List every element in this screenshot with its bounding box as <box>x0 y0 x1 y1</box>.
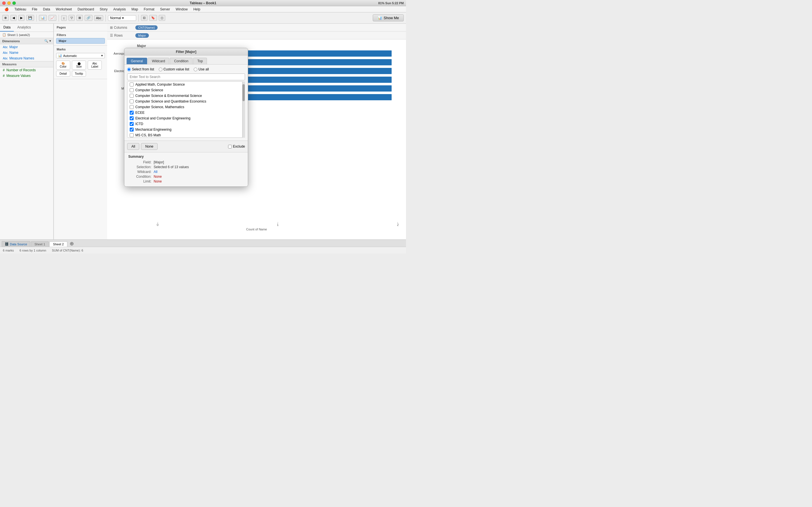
toolbar-group[interactable]: ⊞ <box>77 15 83 21</box>
menu-tableau[interactable]: Tableau <box>12 7 29 12</box>
sheet-tab-2[interactable]: Sheet 2 <box>49 241 67 247</box>
toolbar-save[interactable]: 💾 <box>26 15 34 21</box>
status-sum: SUM of CNT(Name): 6 <box>52 249 83 252</box>
toolbar-undo[interactable]: ◀ <box>10 15 17 21</box>
toolbar-chart2[interactable]: 📈 <box>49 15 56 21</box>
dim-measure-names[interactable]: Abc Measure Names <box>0 55 53 61</box>
filter-list[interactable]: Applied Math, Computer Sicence Computer … <box>127 81 245 138</box>
marks-size-btn[interactable]: ⬤ Size <box>72 61 86 69</box>
sheet-icon: 📋 <box>2 33 6 37</box>
menu-map[interactable]: Map <box>129 7 140 12</box>
none-button[interactable]: None <box>141 143 158 150</box>
show-me-button[interactable]: 📊 Show Me <box>373 14 404 21</box>
filter-dialog[interactable]: Filter [Major] General Wildcard Conditio… <box>124 48 248 187</box>
dim-name[interactable]: Abc Name <box>0 50 53 55</box>
filter-list-wrapper: Applied Math, Computer Sicence Computer … <box>127 81 245 138</box>
datasource-tab[interactable]: 🗄️ Data Source <box>2 241 30 247</box>
marks-tooltip-btn[interactable]: Tooltip <box>72 71 86 76</box>
all-button[interactable]: All <box>127 143 139 150</box>
filter-major-pill[interactable]: Major <box>56 38 105 44</box>
toolbar-chart1[interactable]: 📊 <box>39 15 47 21</box>
search-icon[interactable]: 🔍 <box>44 39 48 43</box>
list-item-2[interactable]: Computer Science & Environmental Science <box>128 93 245 99</box>
menu-dashboard[interactable]: Dashboard <box>75 7 96 12</box>
toolbar-filter[interactable]: ▽ <box>68 15 75 21</box>
toolbar-sort[interactable]: ↕ <box>61 15 67 21</box>
dialog-tab-wildcard[interactable]: Wildcard <box>148 58 169 64</box>
menu-worksheet[interactable]: Worksheet <box>54 7 74 12</box>
toolbar-link[interactable]: 🔗 <box>85 15 93 21</box>
toolbar-highlight[interactable]: ◻ <box>159 15 165 21</box>
marks-label: Marks <box>54 47 107 52</box>
toolbar-redo[interactable]: ▶ <box>18 15 24 21</box>
dim-measure-names-icon: Abc <box>3 57 8 60</box>
summary-limit-row: Limit: None <box>128 179 244 183</box>
list-scrollbar[interactable] <box>242 81 245 138</box>
dialog-tab-top[interactable]: Top <box>193 58 207 64</box>
list-item-5[interactable]: ECEE <box>128 110 245 115</box>
tab-data[interactable]: Data <box>0 24 14 32</box>
menu-analysis[interactable]: Analysis <box>111 7 128 12</box>
dialog-tab-general[interactable]: General <box>126 58 147 64</box>
close-button[interactable] <box>2 1 6 5</box>
menu-help[interactable]: Help <box>191 7 203 12</box>
datasource-label: Data Source <box>10 242 27 246</box>
marks-color-btn[interactable]: 🎨 Color <box>56 61 70 69</box>
menu-format[interactable]: Format <box>142 7 157 12</box>
toolbar-fit[interactable]: ⊡ <box>141 15 147 21</box>
marks-btn-row-2: Detail Tooltip <box>54 71 107 78</box>
sort-icon[interactable]: ▾ <box>49 39 51 43</box>
maximize-button[interactable] <box>12 1 16 5</box>
filter-search-input[interactable] <box>127 73 245 80</box>
dialog-tabs: General Wildcard Condition Top <box>124 55 248 64</box>
marks-type-label: Automatic <box>63 54 77 57</box>
menu-apple[interactable]: 🍎 <box>2 7 11 12</box>
show-me-label: Show Me <box>384 16 399 20</box>
rows-shelf-label: ☰ Rows <box>107 34 135 38</box>
add-sheet-btn[interactable]: ⊕ <box>68 240 75 247</box>
minimize-button[interactable] <box>7 1 11 5</box>
toolbar-text[interactable]: Abc <box>94 15 103 21</box>
toolbar-tooltip[interactable]: 🔖 <box>149 15 157 21</box>
measure-values[interactable]: # Measure Values <box>0 73 53 78</box>
radio-use-all[interactable]: Use all <box>194 67 209 71</box>
view-size-select[interactable]: Normal ▾ <box>108 15 136 21</box>
measure-records-label: Number of Records <box>6 68 36 72</box>
marks-detail-btn[interactable]: Detail <box>56 71 70 76</box>
list-item-0[interactable]: Applied Math, Computer Sicence <box>128 82 245 87</box>
list-item-4[interactable]: Computer Science, Mathematics <box>128 104 245 110</box>
dim-major[interactable]: Abc Major <box>0 44 53 50</box>
columns-pill[interactable]: CNT(Name) <box>135 25 158 30</box>
exclude-checkbox[interactable] <box>228 145 232 149</box>
menu-file[interactable]: File <box>30 7 40 12</box>
menu-data[interactable]: Data <box>41 7 52 12</box>
summary-selection-val: Selected 6 of 13 values <box>154 165 189 169</box>
list-item-7[interactable]: ICTD <box>128 121 245 127</box>
dialog-title: Filter [Major] <box>176 50 197 54</box>
list-item-3[interactable]: Computer Science and Quantitative Econom… <box>128 99 245 104</box>
dimensions-label: Dimensions <box>2 40 20 43</box>
marks-label-btn[interactable]: Abc Label <box>88 61 102 69</box>
list-item-6[interactable]: Electrical and Computer Engineering <box>128 115 245 121</box>
scrollbar-thumb[interactable] <box>243 84 245 101</box>
measure-records[interactable]: # Number of Records <box>0 67 53 73</box>
list-item-1[interactable]: Computer Science <box>128 87 245 93</box>
sheet-tab-1[interactable]: Sheet 1 <box>31 241 49 247</box>
window-title: Tableau – Book1 <box>190 1 216 5</box>
radio-custom-value[interactable]: Custom value list <box>159 67 189 71</box>
marks-type-select[interactable]: 📊 Automatic ▾ <box>56 53 105 58</box>
menu-story[interactable]: Story <box>98 7 110 12</box>
dialog-footer: All None Exclude <box>124 140 248 152</box>
radio-select-from-list[interactable]: Select from list <box>127 67 154 71</box>
menu-server[interactable]: Server <box>158 7 172 12</box>
sheet-label: Sheet 1 (week2) <box>7 33 30 37</box>
summary-wildcard-row: Wildcard: All <box>128 170 244 174</box>
rows-pill[interactable]: Major <box>135 33 149 38</box>
tab-analytics[interactable]: Analytics <box>14 24 34 32</box>
dialog-tab-condition[interactable]: Condition <box>170 58 193 64</box>
window-controls <box>2 1 16 5</box>
list-item-9[interactable]: MS CS, BS Math <box>128 132 245 138</box>
list-item-8[interactable]: Mechanical Engineering <box>128 127 245 132</box>
toolbar-home[interactable]: ⊕ <box>2 15 9 21</box>
menu-window[interactable]: Window <box>173 7 190 12</box>
